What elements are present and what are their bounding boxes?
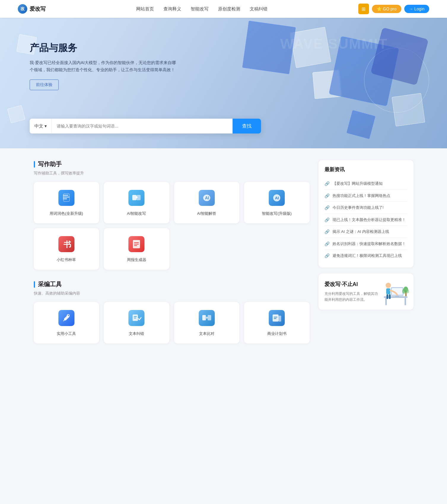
svg-rect-27 — [405, 298, 406, 305]
text-compare-icon — [198, 309, 216, 327]
weekly-label: 周报生成器 — [127, 257, 146, 263]
svg-rect-21 — [273, 314, 279, 322]
news-card: 最新资讯 🔗 【爱改写】网站升级模型通知 🔗 热搜功能正式上线！掌握网络热点 🔗… — [319, 160, 413, 268]
logo-text: 爱改写 — [30, 5, 46, 12]
news-item-5[interactable]: 🔗 姓名识别利器：快速提取和解析姓名数据！ — [324, 238, 408, 250]
svg-rect-18 — [134, 318, 136, 318]
go-pro-button[interactable]: ⭐ GO pro — [372, 5, 401, 13]
news-text-5: 姓名识别利器：快速提取和解析姓名数据！ — [333, 241, 406, 247]
header: 改 爱改写 网站首页 查询释义 智能改写 原创度检测 文稿纠错 ⊞ ⭐ GO p… — [0, 0, 447, 18]
tool-text-compare[interactable]: 文本比对 — [174, 302, 240, 344]
svg-rect-33 — [386, 294, 388, 299]
main-content: 写作助手 写作辅助工具，撰写效率提升 — [16, 148, 431, 366]
svg-rect-12 — [134, 242, 139, 243]
news-item-3[interactable]: 🔗 现已上线！文本颜色分析器让提取更精准！ — [324, 214, 408, 226]
hero-subtitle: 我·爱改写已经全面接入国内AI大模型，作为你的智能伙伴，无论您的需求来自哪个领域… — [30, 59, 178, 74]
go-pro-icon: ⭐ — [377, 7, 382, 11]
svg-rect-26 — [385, 298, 387, 305]
ai-answer-label: AI智能解答 — [197, 211, 216, 216]
xiaohongshu-icon: 书 — [58, 235, 75, 253]
svg-rect-32 — [386, 288, 390, 294]
small-tools-label: 实用小工具 — [57, 331, 76, 336]
svg-point-31 — [386, 283, 391, 288]
hero-deco-text: WAVE SUMMIT — [280, 36, 388, 52]
nav-home[interactable]: 网站首页 — [136, 6, 154, 12]
nav-proofread[interactable]: 文稿纠错 — [250, 6, 268, 12]
search-input[interactable] — [52, 119, 233, 133]
tool-xiaohongshu[interactable]: 书 小红书种草 — [34, 228, 99, 270]
tool-small-tools[interactable]: 实用小工具 — [34, 302, 99, 344]
svg-rect-30 — [395, 296, 399, 297]
grid-button[interactable]: ⊞ — [358, 4, 369, 14]
word-polish-icon — [58, 189, 75, 207]
news-text-6: 避免违规词汇！极限词检测工具现已上线 — [333, 253, 402, 259]
smart-rewrite-icon: AI — [268, 189, 286, 207]
writing-section: 写作助手 写作辅助工具，撰写效率提升 — [34, 160, 310, 270]
caipian-section-title: 采编工具 — [34, 280, 310, 288]
search-bar: 中文 查找 — [30, 119, 261, 133]
link-icon-1: 🔗 — [324, 193, 330, 198]
hero-banner: WAVE SUMMIT 产品与服务 我·爱改写已经全面接入国内AI大模型，作为你… — [0, 18, 447, 148]
news-item-6[interactable]: 🔗 避免违规词汇！极限词检测工具现已上线 — [324, 250, 408, 262]
news-text-4: 揭示 AI 之谜：AI 内容检测器上线 — [333, 229, 389, 235]
weekly-icon — [128, 235, 145, 253]
tool-word-polish[interactable]: 用词润色(全新升级) — [34, 182, 99, 223]
nav-rewrite[interactable]: 智能改写 — [191, 6, 209, 12]
link-icon-3: 🔗 — [324, 217, 330, 222]
caipian-section: 采编工具 快速、高效的辅助采编内容 实用小工 — [34, 280, 310, 344]
smart-rewrite-label: 智能改写(升级版) — [262, 211, 292, 216]
link-icon-5: 🔗 — [324, 241, 330, 246]
caipian-tools-grid: 实用小工具 文本纠错 — [34, 302, 310, 344]
tool-ai-answer[interactable]: AI AI智能解答 — [174, 182, 240, 223]
section-bar — [34, 161, 35, 168]
small-tools-icon — [58, 309, 75, 327]
news-item-0[interactable]: 🔗 【爱改写】网站升级模型通知 — [324, 178, 408, 190]
news-text-3: 现已上线！文本颜色分析器让提取更精准！ — [333, 217, 406, 223]
link-icon-6: 🔗 — [324, 253, 330, 258]
svg-text:书: 书 — [63, 240, 71, 249]
try-button[interactable]: 前往体验 — [30, 80, 59, 90]
login-button[interactable]: → Login — [404, 5, 429, 13]
chevron-down-icon — [44, 123, 47, 129]
writing-tools-grid: 用词润色(全新升级) AI智能改写 — [34, 182, 310, 270]
svg-rect-20 — [208, 315, 211, 320]
link-icon-2: 🔗 — [324, 205, 330, 210]
person-illustration — [381, 274, 411, 307]
tool-ai-rewrite[interactable]: AI智能改写 — [104, 182, 169, 223]
tool-weekly[interactable]: 周报生成器 — [104, 228, 169, 270]
news-item-4[interactable]: 🔗 揭示 AI 之谜：AI 内容检测器上线 — [324, 226, 408, 238]
promo-subtitle: 充分利用爱改写的工具，解锁其功能并利用您的内容工作流。 — [324, 291, 378, 303]
language-selector[interactable]: 中文 — [30, 119, 52, 133]
news-item-2[interactable]: 🔗 今日历史事件查询功能上线了! — [324, 202, 408, 214]
tool-smart-rewrite[interactable]: AI 智能改写(升级版) — [244, 182, 310, 223]
caipian-subtitle: 快速、高效的辅助采编内容 — [34, 291, 310, 296]
svg-rect-17 — [134, 316, 137, 317]
svg-rect-13 — [134, 244, 139, 244]
hero-content: 产品与服务 我·爱改写已经全面接入国内AI大模型，作为你的智能伙伴，无论您的需求… — [30, 42, 178, 90]
header-actions: ⊞ ⭐ GO pro → Login — [358, 4, 429, 14]
business-plan-icon — [268, 309, 286, 327]
nav-lookup[interactable]: 查询释义 — [163, 6, 181, 12]
word-polish-label: 用词润色(全新升级) — [50, 211, 83, 216]
svg-rect-23 — [274, 317, 277, 317]
news-text-0: 【爱改写】网站升级模型通知 — [333, 181, 383, 187]
nav-check[interactable]: 原创度检测 — [218, 6, 240, 12]
svg-text:AI: AI — [275, 196, 279, 200]
logo[interactable]: 改 爱改写 — [18, 4, 46, 14]
xiaohongshu-label: 小红书种草 — [57, 257, 76, 263]
ai-answer-icon: AI — [198, 189, 216, 207]
news-item-1[interactable]: 🔗 热搜功能正式上线！掌握网络热点 — [324, 190, 408, 202]
news-text-2: 今日历史事件查询功能上线了! — [333, 205, 384, 211]
svg-rect-3 — [63, 194, 69, 201]
tool-text-check[interactable]: 文本纠错 — [104, 302, 169, 344]
link-icon-0: 🔗 — [324, 181, 330, 186]
writing-subtitle: 写作辅助工具，撰写效率提升 — [34, 171, 310, 176]
tool-business-plan[interactable]: 商业计划书 — [244, 302, 310, 344]
hero-title: 产品与服务 — [30, 42, 178, 55]
grid-icon: ⊞ — [362, 6, 365, 12]
login-icon: → — [409, 7, 413, 11]
logo-icon: 改 — [18, 4, 27, 14]
search-button[interactable]: 查找 — [233, 119, 261, 133]
news-text-1: 热搜功能正式上线！掌握网络热点 — [333, 193, 390, 199]
text-check-icon — [128, 309, 145, 327]
